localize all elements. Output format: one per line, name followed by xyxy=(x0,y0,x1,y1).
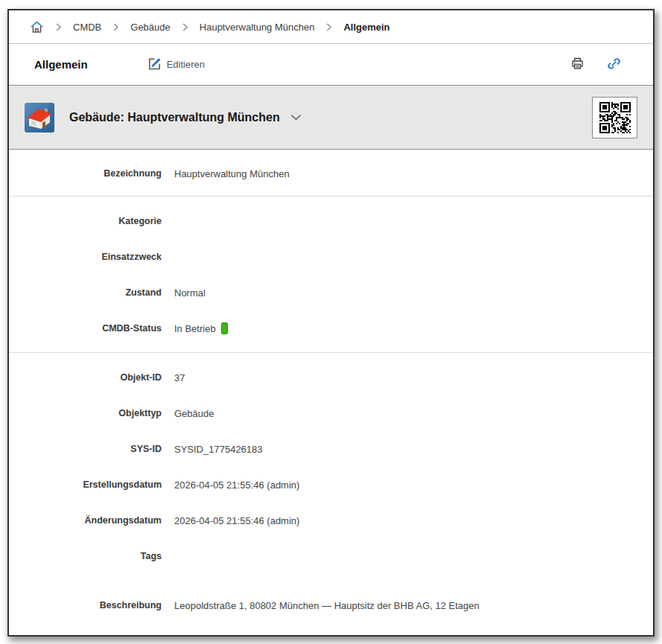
field-value: Hauptverwaltung München xyxy=(174,168,290,179)
field-label: Objekttyp xyxy=(9,408,174,418)
field-row-aenderungsdatum: Änderungsdatum 2026-04-05 21:55:46 (admi… xyxy=(9,503,653,538)
fieldset-title: Bezeichnung Hauptverwaltung München xyxy=(9,150,653,196)
field-value: 2026-04-05 21:55:46 (admin) xyxy=(174,479,299,491)
field-label: SYS-ID xyxy=(9,444,174,454)
field-label: Zustand xyxy=(9,287,174,298)
edit-icon xyxy=(147,57,162,73)
breadcrumb-item-cmdb[interactable]: CMDB xyxy=(73,22,101,33)
field-row-zustand: Zustand Normal xyxy=(9,275,653,310)
field-value: Leopoldstraße 1, 80802 München — Hauptsi… xyxy=(174,600,480,611)
breadcrumb-item-object[interactable]: Hauptverwaltung München xyxy=(200,22,315,33)
breadcrumb-item-allgemein: Allgemein xyxy=(343,22,389,33)
print-button[interactable] xyxy=(570,56,585,74)
category-toolbar: Allgemein Editieren xyxy=(9,44,653,85)
field-label: Änderungsdatum xyxy=(9,515,174,526)
chevron-down-icon[interactable] xyxy=(290,114,302,121)
field-label: Erstellungsdatum xyxy=(9,479,174,490)
cmdb-status-badge xyxy=(221,322,228,334)
link-icon xyxy=(606,56,622,74)
category-title: Allgemein xyxy=(34,58,88,71)
field-row-bezeichnung: Bezeichnung Hauptverwaltung München xyxy=(9,156,653,191)
field-value: Gebäude xyxy=(174,408,214,419)
object-title: Gebäude: Hauptverwaltung München xyxy=(69,111,280,124)
chevron-right-icon xyxy=(55,22,62,32)
breadcrumb: CMDB Gebäude Hauptverwaltung München All… xyxy=(9,10,653,44)
field-label: Kategorie xyxy=(9,216,174,226)
object-detail-window: CMDB Gebäude Hauptverwaltung München All… xyxy=(7,9,655,637)
field-value: SYSID_1775426183 xyxy=(174,444,263,455)
field-row-beschreibung: Beschreibung Leopoldstraße 1, 80802 Münc… xyxy=(9,587,653,623)
object-header: Gebäude: Hauptverwaltung München xyxy=(9,85,653,150)
home-icon[interactable] xyxy=(30,20,44,34)
field-label: Beschreibung xyxy=(9,600,174,610)
field-value: 37 xyxy=(174,372,185,383)
field-label: CMDB-Status xyxy=(9,323,174,334)
field-value: 2026-04-05 21:55:46 (admin) xyxy=(174,515,299,526)
field-value: Normal xyxy=(174,287,206,299)
field-row-erstellungsdatum: Erstellungsdatum 2026-04-05 21:55:46 (ad… xyxy=(9,467,653,503)
building-icon xyxy=(25,103,54,133)
permalink-button[interactable] xyxy=(606,56,622,74)
field-row-kategorie: Kategorie xyxy=(9,203,653,239)
breadcrumb-item-gebaeude[interactable]: Gebäude xyxy=(130,22,171,33)
field-row-objekt-id: Objekt-ID 37 xyxy=(9,360,653,395)
cmdb-status-text: In Betrieb xyxy=(174,323,216,334)
chevron-right-icon xyxy=(182,22,188,32)
category-content: Bezeichnung Hauptverwaltung München Kate… xyxy=(9,150,653,635)
printer-icon xyxy=(570,56,585,74)
fieldset-state: Kategorie Einsatzzweck Zustand Normal CM… xyxy=(9,196,653,352)
field-label: Tags xyxy=(9,551,174,561)
field-label: Einsatzzweck xyxy=(9,252,174,262)
edit-button-label: Editieren xyxy=(167,59,205,70)
qr-code xyxy=(592,97,637,138)
field-row-cmdb-status: CMDB-Status In Betrieb xyxy=(9,310,653,346)
field-label: Bezeichnung xyxy=(9,168,174,179)
field-row-einsatzzweck: Einsatzzweck xyxy=(9,239,653,275)
fieldset-meta: Objekt-ID 37 Objekttyp Gebäude SYS-ID SY… xyxy=(9,352,653,629)
chevron-right-icon xyxy=(112,22,119,32)
field-row-tags: Tags xyxy=(9,538,653,574)
field-row-sys-id: SYS-ID SYSID_1775426183 xyxy=(9,431,653,467)
field-label: Objekt-ID xyxy=(9,372,174,383)
edit-button[interactable]: Editieren xyxy=(147,57,205,73)
field-row-objekttyp: Objekttyp Gebäude xyxy=(9,395,653,431)
chevron-right-icon xyxy=(325,22,332,32)
